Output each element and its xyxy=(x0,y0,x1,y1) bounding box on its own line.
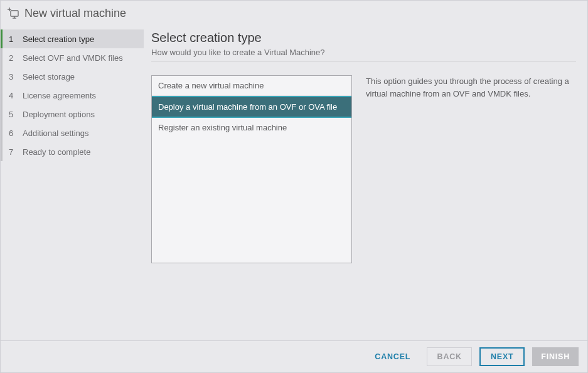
wizard-step-1[interactable]: 1Select creation type xyxy=(1,29,144,48)
back-button[interactable]: BACK xyxy=(427,347,472,366)
titlebar: New virtual machine xyxy=(1,1,587,26)
step-label: Deployment options xyxy=(23,110,95,119)
new-vm-wizard-dialog: New virtual machine 1Select creation typ… xyxy=(0,0,588,373)
page-subtitle: How would you like to create a Virtual M… xyxy=(151,48,576,61)
step-number: 7 xyxy=(9,147,19,157)
step-label: License agreements xyxy=(23,91,96,100)
svg-rect-2 xyxy=(11,11,18,16)
cancel-button[interactable]: CANCEL xyxy=(366,347,419,366)
creation-type-option-2[interactable]: Register an existing virtual machine xyxy=(152,118,351,137)
wizard-step-3[interactable]: 3Select storage xyxy=(1,67,144,86)
wizard-step-5[interactable]: 5Deployment options xyxy=(1,105,144,123)
step-label: Select OVF and VMDK files xyxy=(23,53,123,63)
step-number: 2 xyxy=(9,53,19,63)
option-description: This option guides you through the proce… xyxy=(366,75,576,263)
dialog-body: 1Select creation type2Select OVF and VMD… xyxy=(1,26,587,340)
wizard-main-panel: Select creation type How would you like … xyxy=(144,26,587,340)
content-row: Create a new virtual machineDeploy a vir… xyxy=(151,75,576,263)
wizard-step-7[interactable]: 7Ready to complete xyxy=(1,142,144,161)
wizard-step-2[interactable]: 2Select OVF and VMDK files xyxy=(1,48,144,67)
wizard-footer: CANCEL BACK NEXT FINISH xyxy=(1,340,587,372)
step-number: 6 xyxy=(9,129,19,138)
new-vm-icon xyxy=(7,7,19,19)
next-button[interactable]: NEXT xyxy=(479,347,525,366)
step-number: 4 xyxy=(9,91,19,100)
creation-type-option-0[interactable]: Create a new virtual machine xyxy=(152,76,351,96)
wizard-steps-sidebar: 1Select creation type2Select OVF and VMD… xyxy=(1,26,144,340)
step-label: Additional settings xyxy=(23,129,89,138)
dialog-title: New virtual machine xyxy=(24,7,126,20)
step-number: 1 xyxy=(9,34,19,44)
wizard-step-6[interactable]: 6Additional settings xyxy=(1,123,144,142)
creation-type-listbox[interactable]: Create a new virtual machineDeploy a vir… xyxy=(151,75,352,263)
step-label: Select storage xyxy=(23,72,75,81)
step-number: 3 xyxy=(9,72,19,81)
wizard-step-4[interactable]: 4License agreements xyxy=(1,86,144,105)
step-label: Select creation type xyxy=(23,34,94,44)
page-heading: Select creation type xyxy=(151,31,576,45)
creation-type-option-1[interactable]: Deploy a virtual machine from an OVF or … xyxy=(152,96,351,118)
finish-button[interactable]: FINISH xyxy=(532,347,579,366)
step-label: Ready to complete xyxy=(23,147,90,157)
step-number: 5 xyxy=(9,110,19,119)
